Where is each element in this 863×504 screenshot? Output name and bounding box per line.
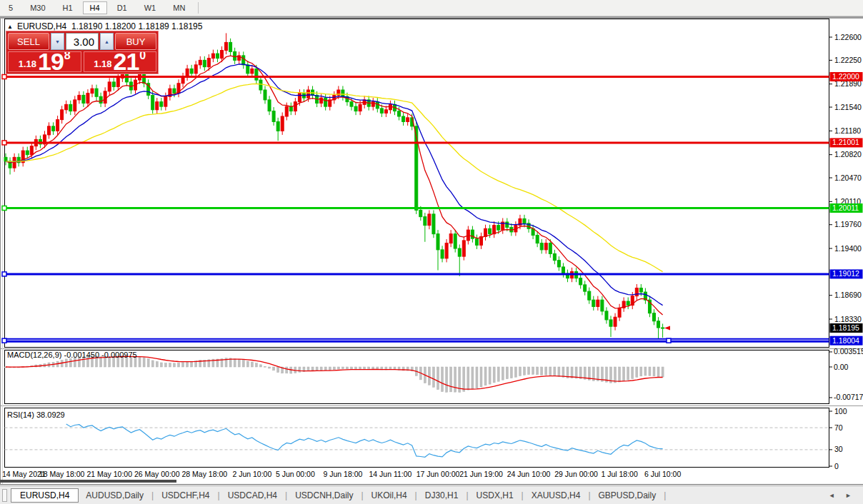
svg-text:1.21540: 1.21540 bbox=[834, 103, 862, 111]
collapse-panel-icon[interactable]: ▲ bbox=[7, 24, 13, 30]
price-axis[interactable]: 1.226001.222501.218901.215401.211801.208… bbox=[829, 33, 863, 346]
chart-title: ▲EURUSD,H4 1.18190 1.18200 1.18189 1.181… bbox=[7, 21, 202, 31]
svg-text:1.21180: 1.21180 bbox=[834, 126, 861, 135]
tab-dj30-h1[interactable]: DJ30,H1 bbox=[418, 488, 466, 503]
time-axis[interactable]: 14 May 202118 May 18:0021 May 10:0026 Ma… bbox=[0, 470, 681, 483]
svg-text:6 Jul 10:00: 6 Jul 10:00 bbox=[644, 470, 682, 478]
sell-button[interactable]: SELL bbox=[8, 33, 49, 50]
timeframe-h1[interactable]: H1 bbox=[56, 1, 80, 14]
svg-text:1.20470: 1.20470 bbox=[834, 173, 862, 182]
svg-text:1.22000: 1.22000 bbox=[832, 72, 859, 81]
svg-text:17 Jun 00:00: 17 Jun 00:00 bbox=[416, 470, 460, 478]
svg-text:29 Jun 00:00: 29 Jun 00:00 bbox=[554, 470, 598, 478]
one-click-trading-panel: SELL ▼ ▲ BUY 1.18 19 8 1.18 21 0 bbox=[6, 31, 159, 74]
buy-button[interactable]: BUY bbox=[115, 33, 156, 50]
rsi-value: 38.0929 bbox=[36, 410, 65, 419]
lot-increase-button[interactable]: ▲ bbox=[100, 33, 114, 50]
timeframe-d1[interactable]: D1 bbox=[110, 1, 134, 14]
tab-ukoil-h4[interactable]: UKOil,H4 bbox=[364, 488, 414, 503]
svg-text:1.22250: 1.22250 bbox=[834, 56, 862, 64]
chart-window[interactable]: 1.226001.222501.218901.215401.211801.208… bbox=[0, 19, 863, 485]
svg-text:30: 30 bbox=[834, 445, 843, 453]
sell-price-display[interactable]: 1.18 19 8 bbox=[8, 51, 81, 72]
macd-name: MACD(12,26,9) bbox=[7, 351, 61, 359]
tab-usdchf-h4[interactable]: USDCHF,H4 bbox=[154, 488, 216, 503]
macd-indicator-label: MACD(12,26,9) -0.001450 -0.000975 bbox=[7, 351, 137, 359]
timeframe-w1[interactable]: W1 bbox=[137, 1, 164, 14]
macd-values: -0.001450 -0.000975 bbox=[64, 351, 136, 359]
toolbar-separator bbox=[198, 2, 199, 14]
svg-text:26 May 00:00: 26 May 00:00 bbox=[134, 470, 180, 478]
lot-decrease-button[interactable]: ▼ bbox=[51, 33, 64, 50]
svg-text:18 May 18:00: 18 May 18:00 bbox=[39, 470, 85, 478]
timeframe-5[interactable]: 5 bbox=[1, 1, 20, 14]
tab-scroll-arrows-icon[interactable]: ◄ ► bbox=[829, 492, 856, 499]
svg-text:-0.007178: -0.007178 bbox=[834, 393, 863, 401]
chart-canvas[interactable]: 1.226001.222501.218901.215401.211801.208… bbox=[0, 19, 863, 485]
timeframe-toolbar: 5M30H1H4D1W1MN bbox=[0, 0, 863, 16]
tab-eurusd-h4[interactable]: EURUSD,H4 bbox=[11, 488, 79, 503]
svg-text:1 Jul 18:00: 1 Jul 18:00 bbox=[601, 470, 638, 478]
svg-text:0.00: 0.00 bbox=[834, 363, 849, 371]
svg-text:1.21001: 1.21001 bbox=[832, 138, 859, 146]
svg-text:1.18004: 1.18004 bbox=[832, 336, 859, 345]
rsi-line bbox=[66, 424, 663, 457]
chart-ohlc-values: 1.18190 1.18200 1.18189 1.18195 bbox=[71, 21, 203, 31]
svg-text:1.20820: 1.20820 bbox=[834, 150, 862, 158]
horizontal-lines[interactable] bbox=[2, 75, 829, 343]
chart-tab-bar: EURUSD,H4AUDUSD,Daily|USDCHF,H4|USDCAD,H… bbox=[0, 485, 863, 504]
svg-text:1.19400: 1.19400 bbox=[834, 244, 862, 253]
sell-price-pip: 8 bbox=[64, 51, 71, 62]
tab-gbpusd-daily[interactable]: GBPUSD,Daily bbox=[592, 488, 664, 503]
svg-text:2 Jun 10:00: 2 Jun 10:00 bbox=[232, 470, 271, 478]
svg-text:1.18330: 1.18330 bbox=[834, 315, 862, 323]
tab-usdcnh-daily[interactable]: USDCNH,Daily bbox=[288, 488, 360, 503]
svg-text:0: 0 bbox=[834, 462, 839, 470]
tab-xauusd-h4[interactable]: XAUUSD,H4 bbox=[524, 488, 588, 503]
svg-text:14 Jun 11:00: 14 Jun 11:00 bbox=[369, 470, 411, 478]
rsi-name: RSI(14) bbox=[7, 410, 34, 419]
rsi-indicator-label: RSI(14) 38.0929 bbox=[7, 410, 65, 419]
svg-text:70: 70 bbox=[834, 423, 843, 432]
buy-price-pip: 0 bbox=[139, 51, 146, 62]
svg-text:1.18690: 1.18690 bbox=[834, 291, 862, 299]
svg-text:21 May 10:00: 21 May 10:00 bbox=[86, 470, 132, 478]
sell-price-small: 1.18 bbox=[19, 59, 36, 69]
svg-text:0.003515: 0.003515 bbox=[834, 347, 863, 356]
tab-separator: | bbox=[663, 490, 667, 500]
svg-text:1.18195: 1.18195 bbox=[832, 323, 859, 332]
chart-tabs: EURUSD,H4AUDUSD,Daily|USDCHF,H4|USDCAD,H… bbox=[11, 488, 667, 503]
spinner-down-icon: ▼ bbox=[55, 39, 60, 44]
svg-text:9 Jun 18:00: 9 Jun 18:00 bbox=[323, 470, 362, 478]
timeframe-h4[interactable]: H4 bbox=[83, 1, 107, 14]
svg-text:24 Jun 10:00: 24 Jun 10:00 bbox=[507, 470, 551, 478]
svg-text:1.19760: 1.19760 bbox=[834, 220, 862, 228]
timeframe-mn[interactable]: MN bbox=[166, 1, 192, 14]
spinner-up-icon: ▲ bbox=[104, 39, 109, 44]
chart-symbol-label: EURUSD,H4 bbox=[17, 21, 66, 31]
svg-text:21 Jun 19:00: 21 Jun 19:00 bbox=[459, 470, 503, 478]
buy-price-display[interactable]: 1.18 21 0 bbox=[84, 51, 157, 72]
timeframe-m30[interactable]: M30 bbox=[23, 1, 52, 14]
ma-slow-yellow bbox=[6, 84, 663, 272]
svg-text:1.19012: 1.19012 bbox=[832, 269, 859, 278]
svg-text:1.20011: 1.20011 bbox=[832, 203, 859, 212]
buy-price-small: 1.18 bbox=[94, 59, 111, 69]
svg-text:1.22600: 1.22600 bbox=[834, 33, 862, 41]
tab-usdx-h1[interactable]: USDX,H1 bbox=[469, 488, 521, 503]
svg-text:5 Jun 00:00: 5 Jun 00:00 bbox=[276, 470, 315, 478]
buy-price-big: 21 bbox=[114, 52, 139, 71]
tab-usdcad-h4[interactable]: USDCAD,H4 bbox=[221, 488, 284, 503]
horizontal-scrollbar-thumb[interactable] bbox=[0, 480, 176, 483]
lot-size-input[interactable] bbox=[66, 33, 99, 50]
sell-price-big: 19 bbox=[38, 52, 64, 71]
current-price-marker bbox=[664, 326, 670, 330]
rsi-panel: 10070300 bbox=[5, 407, 847, 470]
svg-text:100: 100 bbox=[834, 407, 847, 415]
tab-bar-grip[interactable] bbox=[2, 489, 7, 502]
svg-text:28 May 18:00: 28 May 18:00 bbox=[181, 470, 227, 478]
tab-audusd-daily[interactable]: AUDUSD,Daily bbox=[79, 488, 151, 503]
candlesticks bbox=[4, 33, 664, 338]
